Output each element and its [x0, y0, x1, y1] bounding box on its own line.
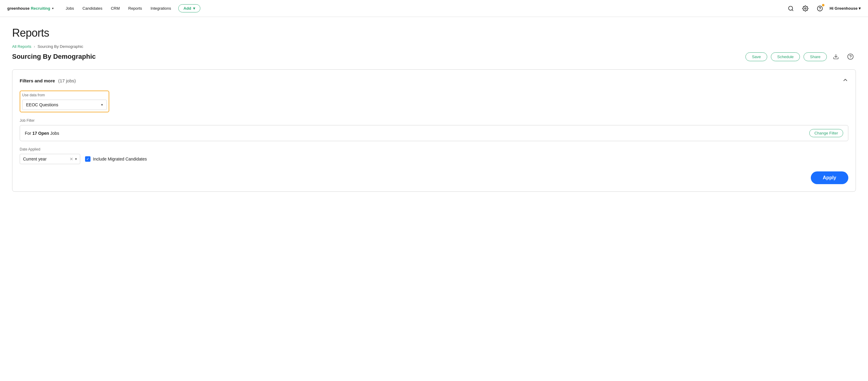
logo-recruiting: Recruiting: [31, 6, 50, 10]
use-data-from-label: Use data from: [22, 93, 107, 97]
use-data-from-value: EEOC Questions: [26, 102, 58, 107]
download-button[interactable]: [831, 51, 841, 62]
report-actions: Save Schedule Share: [745, 51, 856, 62]
settings-button[interactable]: [801, 4, 810, 13]
date-applied-value: Current year: [23, 156, 70, 162]
breadcrumb: All Reports › Sourcing By Demographic: [12, 44, 856, 49]
schedule-button[interactable]: Schedule: [771, 52, 800, 61]
use-data-from-section: Use data from EEOC Questions ▾: [20, 91, 848, 112]
topnav-links: Jobs Candidates CRM Reports Integrations…: [62, 4, 783, 12]
filter-card-title: Filters and more: [20, 78, 55, 83]
breadcrumb-separator: ›: [34, 44, 35, 49]
breadcrumb-all-reports[interactable]: All Reports: [12, 44, 31, 49]
date-applied-row: Current year ✕ ▾ ✓ Include Migrated Cand…: [20, 154, 848, 164]
job-filter-text: For 17 Open Jobs: [25, 131, 59, 136]
apply-row: Apply: [20, 171, 848, 184]
save-button[interactable]: Save: [745, 52, 767, 61]
date-applied-section: Date Applied Current year ✕ ▾ ✓ Include …: [20, 147, 848, 164]
filter-card: Filters and more (17 jobs) Use data from…: [12, 69, 856, 192]
nav-jobs[interactable]: Jobs: [62, 4, 78, 12]
svg-point-2: [804, 7, 806, 9]
svg-line-1: [792, 9, 793, 10]
search-button[interactable]: [786, 4, 796, 13]
use-data-from-select[interactable]: EEOC Questions ▾: [22, 100, 107, 110]
filter-jobs-count: (17 jobs): [58, 78, 76, 83]
breadcrumb-current: Sourcing By Demographic: [37, 44, 83, 49]
include-migrated-label: Include Migrated Candidates: [93, 156, 147, 162]
use-data-from-highlighted: Use data from EEOC Questions ▾: [20, 91, 109, 112]
select-caret-icon: ▾: [101, 103, 103, 107]
nav-reports[interactable]: Reports: [125, 4, 146, 12]
nav-candidates[interactable]: Candidates: [79, 4, 106, 12]
user-greeting[interactable]: Hi Greenhouse ▾: [830, 6, 861, 10]
checkbox-box: ✓: [85, 156, 91, 162]
collapse-button[interactable]: [842, 77, 848, 85]
apply-button[interactable]: Apply: [811, 171, 848, 184]
help-button[interactable]: [815, 4, 825, 13]
logo-greenhouse: greenhouse: [7, 6, 30, 10]
logo[interactable]: greenhouse Recruiting ▾: [7, 6, 54, 10]
job-filter-row: For 17 Open Jobs Change Filter: [20, 125, 848, 141]
filter-card-header: Filters and more (17 jobs): [20, 77, 848, 85]
date-applied-select[interactable]: Current year ✕ ▾: [20, 154, 80, 164]
filter-card-title-group: Filters and more (17 jobs): [20, 78, 76, 84]
topnav: greenhouse Recruiting ▾ Jobs Candidates …: [0, 0, 868, 17]
include-migrated-checkbox[interactable]: ✓ Include Migrated Candidates: [85, 156, 147, 162]
change-filter-button[interactable]: Change Filter: [809, 129, 843, 137]
page-container: Reports All Reports › Sourcing By Demogr…: [0, 17, 868, 381]
date-clear-icon[interactable]: ✕: [70, 156, 73, 162]
help-circle-button[interactable]: [845, 51, 856, 62]
topnav-right: Hi Greenhouse ▾: [786, 4, 861, 13]
date-caret-icon: ▾: [75, 157, 77, 161]
add-button[interactable]: Add ▾: [178, 4, 200, 12]
report-header-row: Sourcing By Demographic Save Schedule Sh…: [12, 51, 856, 62]
nav-crm[interactable]: CRM: [107, 4, 123, 12]
job-filter-section: Job Filter For 17 Open Jobs Change Filte…: [20, 118, 848, 141]
nav-integrations[interactable]: Integrations: [147, 4, 175, 12]
share-button[interactable]: Share: [804, 52, 827, 61]
page-title: Reports: [12, 27, 856, 39]
checkmark-icon: ✓: [86, 157, 89, 161]
report-title: Sourcing By Demographic: [12, 53, 96, 61]
date-applied-label: Date Applied: [20, 147, 848, 151]
job-filter-label: Job Filter: [20, 118, 848, 123]
logo-caret-icon: ▾: [52, 7, 54, 10]
